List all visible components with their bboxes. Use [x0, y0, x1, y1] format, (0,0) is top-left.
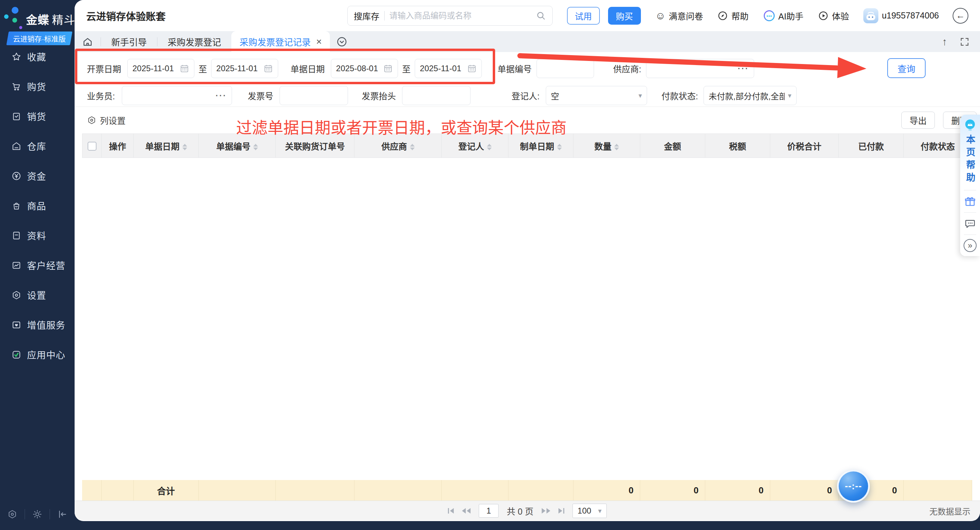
page-number-input[interactable] [479, 504, 498, 518]
scroll-top-icon[interactable]: ↑ [942, 37, 947, 47]
close-icon[interactable]: × [316, 37, 321, 46]
doc-date-from-input[interactable]: 2025-08-01 [331, 59, 398, 78]
collapse-sidebar-icon[interactable] [56, 508, 68, 520]
tab-beginner-guide[interactable]: 新手引导 [101, 31, 157, 52]
compass-icon [717, 10, 728, 21]
sidebar-item-sales[interactable]: 销货 [0, 101, 75, 131]
sidebar-item-favorites[interactable]: 收藏 [0, 42, 75, 72]
vas-icon [11, 319, 22, 330]
bulb-icon[interactable] [963, 118, 977, 132]
help-link[interactable]: 帮助 [717, 10, 748, 22]
divider [384, 11, 385, 21]
sidebar-item-app-center[interactable]: 应用中心 [0, 340, 75, 369]
tab-history-icon[interactable] [336, 36, 348, 48]
tab-purchase-invoice[interactable]: 采购发票登记 [158, 31, 231, 52]
gift-icon[interactable] [963, 195, 977, 208]
fullscreen-icon[interactable] [959, 37, 970, 47]
salesman-input[interactable]: ··· [122, 86, 232, 105]
survey-link[interactable]: ☺ 满意问卷 [655, 10, 703, 22]
feedback-chat-icon[interactable] [963, 217, 977, 230]
theme-sun-icon[interactable] [32, 508, 43, 520]
sort-icon[interactable] [253, 144, 258, 150]
column-settings-button[interactable]: 列设置 [87, 114, 126, 126]
col-header-doc-no[interactable]: 单据编号 [199, 134, 276, 158]
help-side-panel: 本页帮助 » [960, 115, 980, 256]
divider [964, 190, 976, 190]
home-tab-icon[interactable] [75, 31, 100, 52]
ai-assistant-link[interactable]: AI助手 [763, 10, 804, 22]
page-help-label[interactable]: 本页帮助 [964, 134, 977, 185]
sort-icon[interactable] [487, 144, 492, 150]
prev-page-icon[interactable] [462, 508, 471, 514]
sidebar-item-goods[interactable]: 商品 [0, 191, 75, 220]
export-button[interactable]: 导出 [901, 112, 935, 129]
caret-down-icon: ▾ [598, 507, 601, 515]
ellipsis-picker-icon[interactable]: ··· [216, 91, 227, 100]
supplier-label: 供应商: [613, 62, 641, 75]
sort-icon[interactable] [557, 144, 562, 150]
calendar-icon[interactable] [383, 64, 393, 73]
invoice-title-input[interactable] [402, 86, 471, 105]
search-input[interactable] [390, 11, 536, 21]
back-icon[interactable]: ← [953, 8, 968, 24]
ellipsis-picker-icon[interactable]: ··· [738, 64, 749, 73]
col-header-registrant[interactable]: 登记人 [442, 134, 509, 158]
supplier-input[interactable]: ··· [646, 59, 754, 78]
col-header-qty[interactable]: 数量 [573, 134, 640, 158]
user-account[interactable]: u19557874006 [863, 8, 939, 23]
buy-button[interactable]: 购买 [608, 7, 641, 25]
totals-tax: 0 [705, 480, 770, 501]
doc-date-to-input[interactable]: 2025-11-01 [415, 59, 482, 78]
to-label: 至 [402, 62, 410, 75]
sort-icon[interactable] [182, 144, 187, 150]
invoice-date-to-input[interactable]: 2025-11-01 [211, 59, 278, 78]
page-size-select[interactable]: 100 ▾ [573, 504, 607, 518]
sidebar-item-data[interactable]: 资料 [0, 220, 75, 250]
trial-button[interactable]: 试用 [567, 7, 600, 25]
col-header-create-date[interactable]: 制单日期 [509, 134, 573, 158]
collapse-panel-icon[interactable]: » [964, 239, 977, 252]
sidebar-item-funds[interactable]: 资金 [0, 161, 75, 191]
empty-state-label: 无数据显示 [929, 504, 970, 517]
col-header-tax: 税额 [705, 134, 770, 158]
totals-amount: 0 [640, 480, 705, 501]
caret-down-icon: ▾ [638, 91, 642, 100]
last-page-icon[interactable] [558, 508, 564, 514]
doc-no-label: 单据编号 [498, 62, 532, 75]
pay-status-select[interactable]: 未付款,部分付款,全部付款 ▾ [703, 86, 797, 105]
floating-timer-ball[interactable]: --:-- [837, 470, 870, 503]
play-circle-icon [818, 10, 829, 21]
sidebar-item-customer[interactable]: 客户经营 [0, 250, 75, 280]
first-page-icon[interactable] [448, 508, 454, 514]
select-all-checkbox[interactable] [88, 142, 97, 151]
divider [964, 235, 976, 235]
sort-icon[interactable] [614, 144, 619, 150]
salesman-label: 业务员: [87, 89, 115, 102]
gear-icon[interactable] [6, 508, 18, 520]
experience-link[interactable]: 体验 [818, 10, 849, 22]
query-button[interactable]: 查询 [887, 58, 926, 78]
calendar-icon[interactable] [467, 64, 477, 73]
sidebar-item-settings[interactable]: 设置 [0, 280, 75, 310]
col-header-supplier[interactable]: 供应商 [355, 134, 442, 158]
calendar-icon[interactable] [180, 64, 189, 73]
next-page-icon[interactable] [542, 508, 550, 514]
calendar-icon[interactable] [264, 64, 273, 73]
col-header-amount: 金额 [640, 134, 705, 158]
main-panel: 云进销存体验账套 搜库存 试用 购买 ☺ 满意问卷 帮助 [75, 0, 980, 521]
doc-no-input[interactable] [536, 59, 594, 78]
search-icon[interactable] [536, 11, 546, 21]
sidebar-item-vas[interactable]: 增值服务 [0, 310, 75, 340]
sidebar-item-warehouse[interactable]: 仓库 [0, 131, 75, 161]
col-header-doc-date[interactable]: 单据日期 [134, 134, 199, 158]
invoice-date-label: 开票日期 [87, 62, 121, 75]
invoice-date-from-input[interactable]: 2025-11-01 [127, 59, 194, 78]
col-header-linked-order: 关联购货订单号 [276, 134, 355, 158]
sort-icon[interactable] [410, 144, 415, 150]
invoice-no-input[interactable] [280, 86, 348, 105]
sidebar-item-purchase[interactable]: 购货 [0, 72, 75, 101]
tab-purchase-invoice-records[interactable]: 采购发票登记记录 × [231, 31, 330, 52]
page-title: 云进销存体验账套 [86, 8, 165, 23]
registrant-select[interactable]: 空 ▾ [546, 86, 647, 105]
inventory-search-box[interactable]: 搜库存 [347, 6, 553, 26]
